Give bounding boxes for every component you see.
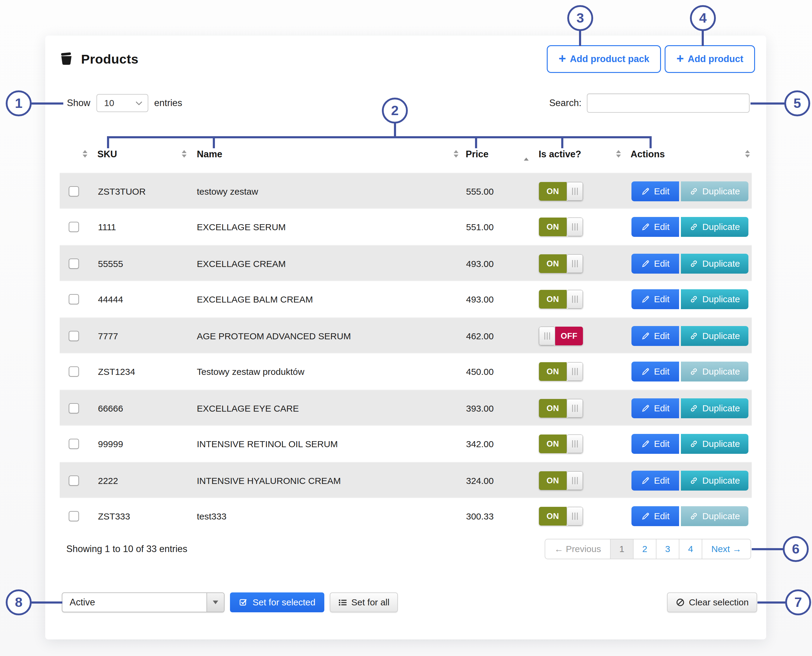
- pencil-icon: [641, 476, 650, 485]
- sort-icon[interactable]: [454, 150, 459, 158]
- table-row: 66666EXCELLAGE EYE CARE393.00ONEditDupli…: [60, 390, 752, 426]
- edit-button[interactable]: Edit: [631, 398, 679, 418]
- clear-selection-button[interactable]: Clear selection: [667, 593, 757, 612]
- toggle-knob: [567, 435, 583, 453]
- is-active-toggle[interactable]: ON: [539, 435, 583, 453]
- pagination-item[interactable]: 1: [610, 539, 633, 559]
- is-active-toggle[interactable]: ON: [539, 362, 583, 381]
- edit-button[interactable]: Edit: [631, 254, 679, 274]
- status-select[interactable]: Active: [62, 593, 225, 612]
- duplicate-button[interactable]: Duplicate: [681, 471, 748, 490]
- column-header-price[interactable]: Price: [466, 149, 488, 160]
- toggle-state-label: ON: [539, 218, 567, 236]
- annotation-7-connector: [758, 602, 786, 603]
- edit-button[interactable]: Edit: [631, 471, 679, 490]
- annotation-2-stem: [394, 123, 396, 137]
- add-product-pack-button[interactable]: + Add product pack: [547, 45, 661, 73]
- set-for-all-button[interactable]: Set for all: [330, 593, 398, 612]
- edit-button[interactable]: Edit: [631, 362, 679, 382]
- show-label: Show: [67, 97, 90, 108]
- annotation-5: 5: [784, 90, 810, 116]
- toggle-state-label: ON: [539, 435, 567, 453]
- price-cell: 493.00: [431, 294, 494, 305]
- column-header-name[interactable]: Name: [197, 149, 222, 160]
- add-product-button[interactable]: + Add product: [665, 45, 755, 73]
- duplicate-button[interactable]: Duplicate: [681, 398, 748, 418]
- row-actions: EditDuplicate: [631, 289, 748, 309]
- is-active-toggle[interactable]: OFF: [539, 326, 583, 345]
- pencil-icon: [641, 187, 650, 196]
- row-checkbox[interactable]: [69, 294, 79, 304]
- is-active-toggle[interactable]: ON: [539, 399, 583, 418]
- row-checkbox[interactable]: [69, 331, 79, 341]
- toggle-knob: [567, 471, 583, 490]
- row-checkbox[interactable]: [69, 439, 79, 449]
- row-actions: EditDuplicate: [631, 254, 748, 274]
- pencil-icon: [641, 439, 650, 449]
- is-active-toggle[interactable]: ON: [539, 218, 583, 236]
- row-checkbox[interactable]: [69, 475, 79, 486]
- column-header-is-active[interactable]: Is active?: [539, 149, 581, 160]
- duplicate-button[interactable]: Duplicate: [681, 326, 748, 346]
- annotation-6-connector: [752, 548, 783, 550]
- sort-icon[interactable]: [745, 150, 750, 158]
- duplicate-button[interactable]: Duplicate: [681, 362, 748, 382]
- pagination-item[interactable]: 3: [656, 539, 679, 559]
- table-body: ZST3TUORtestowy zestaw555.00ONEditDuplic…: [60, 173, 752, 534]
- link-icon: [689, 367, 698, 376]
- annotation-7: 7: [785, 589, 811, 615]
- duplicate-button[interactable]: Duplicate: [681, 289, 748, 309]
- sort-ascending-icon[interactable]: [524, 152, 529, 158]
- column-header-sku[interactable]: SKU: [98, 149, 117, 160]
- pagination-item[interactable]: 2: [633, 539, 656, 559]
- show-entries: Show 10 entries: [67, 94, 182, 112]
- duplicate-button[interactable]: Duplicate: [681, 434, 748, 454]
- edit-button[interactable]: Edit: [631, 326, 679, 346]
- pagination-item[interactable]: 4: [679, 539, 702, 559]
- showing-entries-text: Showing 1 to 10 of 33 entries: [66, 544, 188, 554]
- link-icon: [689, 295, 698, 304]
- row-checkbox[interactable]: [69, 258, 79, 269]
- set-for-selected-button[interactable]: Set for selected: [230, 593, 324, 612]
- edit-button[interactable]: Edit: [631, 217, 679, 237]
- row-checkbox[interactable]: [69, 367, 79, 377]
- table-row: 55555EXCELLAGE CREAM493.00ONEditDuplicat…: [60, 245, 752, 281]
- edit-button[interactable]: Edit: [631, 289, 679, 309]
- sort-icon[interactable]: [616, 150, 621, 158]
- row-actions: EditDuplicate: [631, 434, 748, 454]
- row-checkbox[interactable]: [69, 186, 79, 196]
- annotation-8: 8: [6, 589, 32, 615]
- duplicate-button[interactable]: Duplicate: [681, 254, 748, 274]
- duplicate-button[interactable]: Duplicate: [681, 181, 748, 201]
- edit-button[interactable]: Edit: [631, 506, 679, 526]
- row-checkbox[interactable]: [69, 222, 79, 232]
- pagination-item[interactable]: ← Previous: [545, 539, 610, 559]
- sort-icon[interactable]: [182, 150, 187, 158]
- is-active-toggle[interactable]: ON: [539, 471, 583, 490]
- toggle-knob: [567, 290, 583, 309]
- duplicate-button[interactable]: Duplicate: [681, 506, 748, 526]
- products-panel: Products + Add product pack + Add produc…: [45, 36, 766, 639]
- toggle-knob: [567, 399, 583, 418]
- link-icon: [689, 512, 698, 521]
- duplicate-button[interactable]: Duplicate: [681, 217, 748, 237]
- is-active-toggle[interactable]: ON: [539, 290, 583, 309]
- page-title: Products: [81, 52, 138, 67]
- page-size-select[interactable]: 10: [96, 94, 148, 112]
- is-active-toggle[interactable]: ON: [539, 507, 583, 526]
- price-cell: 462.00: [431, 331, 494, 341]
- is-active-toggle[interactable]: ON: [539, 254, 583, 273]
- search-input[interactable]: [587, 93, 750, 113]
- row-checkbox[interactable]: [69, 403, 79, 413]
- bulk-left: Active Set for selected: [62, 593, 398, 612]
- annotation-2: 2: [382, 97, 408, 124]
- name-cell: INTENSIVE HYALURONIC CREAM: [197, 476, 341, 486]
- edit-button[interactable]: Edit: [631, 434, 679, 454]
- row-checkbox[interactable]: [69, 511, 79, 521]
- sort-icon[interactable]: [82, 150, 87, 158]
- row-actions: EditDuplicate: [631, 471, 748, 490]
- edit-button[interactable]: Edit: [631, 181, 679, 201]
- is-active-toggle[interactable]: ON: [539, 182, 583, 201]
- pagination-item[interactable]: Next →: [702, 539, 750, 559]
- column-header-actions[interactable]: Actions: [631, 149, 665, 160]
